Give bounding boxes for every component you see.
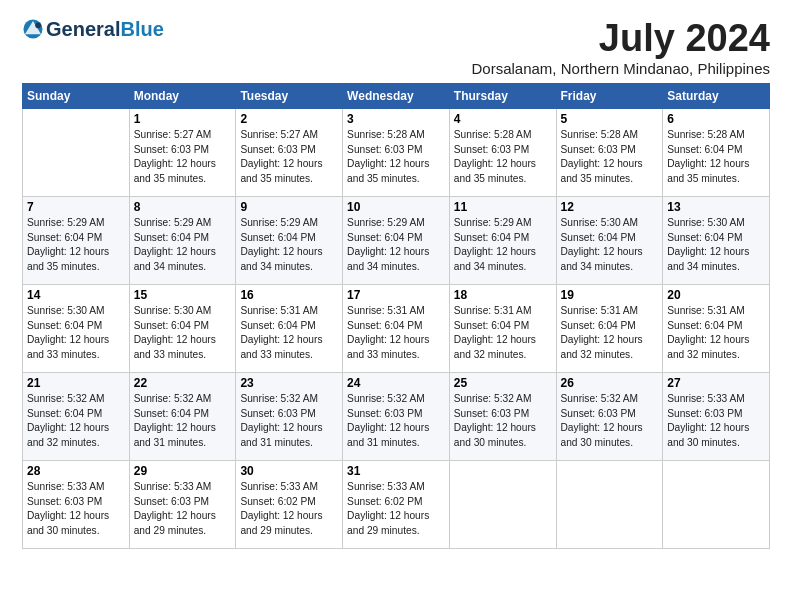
day-detail: Sunrise: 5:29 AM Sunset: 6:04 PM Dayligh… [347,216,445,275]
day-detail: Sunrise: 5:28 AM Sunset: 6:03 PM Dayligh… [561,128,659,187]
logo-general-text: General [46,19,120,39]
week-row-2: 7Sunrise: 5:29 AM Sunset: 6:04 PM Daylig… [23,196,770,284]
day-detail: Sunrise: 5:32 AM Sunset: 6:03 PM Dayligh… [240,392,338,451]
day-detail: Sunrise: 5:32 AM Sunset: 6:03 PM Dayligh… [347,392,445,451]
col-tuesday: Tuesday [236,83,343,108]
day-detail: Sunrise: 5:32 AM Sunset: 6:04 PM Dayligh… [134,392,232,451]
table-row: 1Sunrise: 5:27 AM Sunset: 6:03 PM Daylig… [129,108,236,196]
col-thursday: Thursday [449,83,556,108]
page: GeneralBlue July 2024 Dorsalanam, Northe… [0,0,792,561]
day-number: 20 [667,288,765,302]
day-detail: Sunrise: 5:33 AM Sunset: 6:02 PM Dayligh… [240,480,338,539]
table-row: 5Sunrise: 5:28 AM Sunset: 6:03 PM Daylig… [556,108,663,196]
day-number: 10 [347,200,445,214]
table-row: 10Sunrise: 5:29 AM Sunset: 6:04 PM Dayli… [343,196,450,284]
title-block: July 2024 Dorsalanam, Northern Mindanao,… [472,18,771,77]
day-detail: Sunrise: 5:30 AM Sunset: 6:04 PM Dayligh… [667,216,765,275]
table-row: 23Sunrise: 5:32 AM Sunset: 6:03 PM Dayli… [236,372,343,460]
day-number: 8 [134,200,232,214]
day-number: 28 [27,464,125,478]
logo: GeneralBlue [22,18,164,40]
day-number: 29 [134,464,232,478]
day-number: 13 [667,200,765,214]
table-row: 21Sunrise: 5:32 AM Sunset: 6:04 PM Dayli… [23,372,130,460]
day-detail: Sunrise: 5:31 AM Sunset: 6:04 PM Dayligh… [347,304,445,363]
day-detail: Sunrise: 5:31 AM Sunset: 6:04 PM Dayligh… [561,304,659,363]
week-row-1: 1Sunrise: 5:27 AM Sunset: 6:03 PM Daylig… [23,108,770,196]
table-row: 9Sunrise: 5:29 AM Sunset: 6:04 PM Daylig… [236,196,343,284]
table-row: 2Sunrise: 5:27 AM Sunset: 6:03 PM Daylig… [236,108,343,196]
logo-icon [22,18,44,40]
header-row: Sunday Monday Tuesday Wednesday Thursday… [23,83,770,108]
table-row: 16Sunrise: 5:31 AM Sunset: 6:04 PM Dayli… [236,284,343,372]
day-detail: Sunrise: 5:31 AM Sunset: 6:04 PM Dayligh… [240,304,338,363]
day-number: 23 [240,376,338,390]
day-number: 9 [240,200,338,214]
week-row-4: 21Sunrise: 5:32 AM Sunset: 6:04 PM Dayli… [23,372,770,460]
col-saturday: Saturday [663,83,770,108]
table-row: 11Sunrise: 5:29 AM Sunset: 6:04 PM Dayli… [449,196,556,284]
day-number: 14 [27,288,125,302]
table-row: 12Sunrise: 5:30 AM Sunset: 6:04 PM Dayli… [556,196,663,284]
table-row: 17Sunrise: 5:31 AM Sunset: 6:04 PM Dayli… [343,284,450,372]
day-number: 26 [561,376,659,390]
table-row: 6Sunrise: 5:28 AM Sunset: 6:04 PM Daylig… [663,108,770,196]
day-detail: Sunrise: 5:32 AM Sunset: 6:03 PM Dayligh… [561,392,659,451]
logo-blue-text: Blue [120,19,163,39]
day-detail: Sunrise: 5:33 AM Sunset: 6:03 PM Dayligh… [667,392,765,451]
week-row-3: 14Sunrise: 5:30 AM Sunset: 6:04 PM Dayli… [23,284,770,372]
table-row [556,460,663,548]
col-friday: Friday [556,83,663,108]
day-number: 31 [347,464,445,478]
table-row: 3Sunrise: 5:28 AM Sunset: 6:03 PM Daylig… [343,108,450,196]
day-detail: Sunrise: 5:33 AM Sunset: 6:03 PM Dayligh… [134,480,232,539]
table-row: 4Sunrise: 5:28 AM Sunset: 6:03 PM Daylig… [449,108,556,196]
table-row: 26Sunrise: 5:32 AM Sunset: 6:03 PM Dayli… [556,372,663,460]
day-detail: Sunrise: 5:29 AM Sunset: 6:04 PM Dayligh… [27,216,125,275]
day-number: 1 [134,112,232,126]
table-row: 19Sunrise: 5:31 AM Sunset: 6:04 PM Dayli… [556,284,663,372]
day-detail: Sunrise: 5:28 AM Sunset: 6:04 PM Dayligh… [667,128,765,187]
day-number: 24 [347,376,445,390]
col-wednesday: Wednesday [343,83,450,108]
title-location: Dorsalanam, Northern Mindanao, Philippin… [472,60,771,77]
table-row [23,108,130,196]
day-detail: Sunrise: 5:32 AM Sunset: 6:03 PM Dayligh… [454,392,552,451]
day-number: 30 [240,464,338,478]
day-detail: Sunrise: 5:31 AM Sunset: 6:04 PM Dayligh… [454,304,552,363]
table-row [663,460,770,548]
week-row-5: 28Sunrise: 5:33 AM Sunset: 6:03 PM Dayli… [23,460,770,548]
col-sunday: Sunday [23,83,130,108]
day-number: 22 [134,376,232,390]
table-row: 13Sunrise: 5:30 AM Sunset: 6:04 PM Dayli… [663,196,770,284]
day-number: 25 [454,376,552,390]
day-number: 27 [667,376,765,390]
day-number: 16 [240,288,338,302]
day-detail: Sunrise: 5:29 AM Sunset: 6:04 PM Dayligh… [134,216,232,275]
svg-point-2 [35,22,41,28]
table-row: 25Sunrise: 5:32 AM Sunset: 6:03 PM Dayli… [449,372,556,460]
day-detail: Sunrise: 5:28 AM Sunset: 6:03 PM Dayligh… [454,128,552,187]
header: GeneralBlue July 2024 Dorsalanam, Northe… [22,18,770,77]
table-row: 22Sunrise: 5:32 AM Sunset: 6:04 PM Dayli… [129,372,236,460]
day-number: 6 [667,112,765,126]
table-row: 7Sunrise: 5:29 AM Sunset: 6:04 PM Daylig… [23,196,130,284]
table-row: 8Sunrise: 5:29 AM Sunset: 6:04 PM Daylig… [129,196,236,284]
table-row: 15Sunrise: 5:30 AM Sunset: 6:04 PM Dayli… [129,284,236,372]
table-row: 18Sunrise: 5:31 AM Sunset: 6:04 PM Dayli… [449,284,556,372]
day-number: 4 [454,112,552,126]
col-monday: Monday [129,83,236,108]
day-detail: Sunrise: 5:32 AM Sunset: 6:04 PM Dayligh… [27,392,125,451]
day-detail: Sunrise: 5:30 AM Sunset: 6:04 PM Dayligh… [27,304,125,363]
day-number: 3 [347,112,445,126]
day-detail: Sunrise: 5:29 AM Sunset: 6:04 PM Dayligh… [240,216,338,275]
table-row [449,460,556,548]
table-row: 29Sunrise: 5:33 AM Sunset: 6:03 PM Dayli… [129,460,236,548]
day-detail: Sunrise: 5:31 AM Sunset: 6:04 PM Dayligh… [667,304,765,363]
day-number: 7 [27,200,125,214]
day-detail: Sunrise: 5:29 AM Sunset: 6:04 PM Dayligh… [454,216,552,275]
calendar-table: Sunday Monday Tuesday Wednesday Thursday… [22,83,770,549]
day-number: 12 [561,200,659,214]
table-row: 27Sunrise: 5:33 AM Sunset: 6:03 PM Dayli… [663,372,770,460]
day-number: 15 [134,288,232,302]
